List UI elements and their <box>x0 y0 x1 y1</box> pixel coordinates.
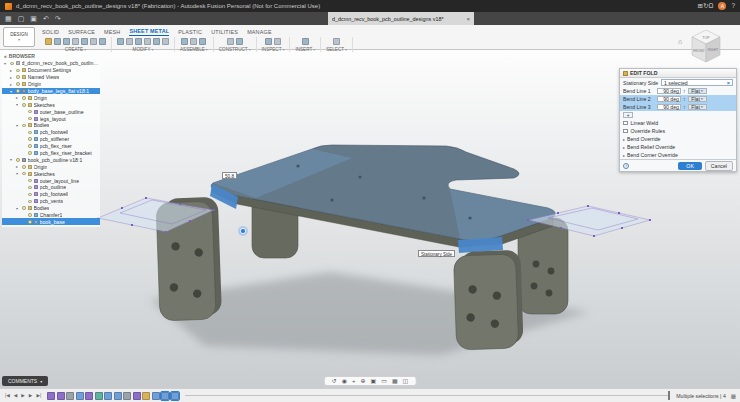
pan-icon[interactable]: + <box>352 378 356 384</box>
visibility-icon[interactable] <box>28 117 32 121</box>
visibility-icon[interactable] <box>28 220 32 224</box>
orbit-icon[interactable]: ↺ <box>332 378 337 384</box>
ribbon-group-label[interactable]: SELECT <box>326 47 347 52</box>
timeline-feature-icon[interactable] <box>76 392 84 400</box>
ribbon-group-label[interactable]: INSERT <box>295 47 315 52</box>
visibility-icon[interactable] <box>16 89 20 93</box>
file-menu-icon[interactable]: ▢ <box>18 15 25 22</box>
expand-caret-icon[interactable]: ▸ <box>16 164 20 169</box>
timeline-feature-icon[interactable] <box>47 392 55 400</box>
display-settings-icon[interactable]: ▭ <box>381 378 387 384</box>
expand-caret-icon[interactable]: ▾ <box>16 171 20 176</box>
tool-icon[interactable] <box>333 38 340 45</box>
bend-angle-input[interactable]: 90 deg <box>657 104 681 111</box>
ribbon-tab[interactable]: MANAGE <box>247 29 272 36</box>
visibility-icon[interactable] <box>28 131 32 135</box>
visibility-icon[interactable] <box>22 206 26 210</box>
clear-selection-icon[interactable]: × <box>727 80 730 86</box>
expand-caret-icon[interactable]: ▾ <box>4 61 8 66</box>
tool-icon[interactable] <box>227 38 234 45</box>
timeline-feature-icon[interactable] <box>104 392 112 400</box>
tool-icon[interactable] <box>81 38 88 45</box>
ribbon-group-label[interactable]: CREATE <box>65 47 86 52</box>
undo-icon[interactable]: ↶ <box>43 15 49 22</box>
angle-stepper-icon[interactable]: ↕ <box>683 88 686 94</box>
checkbox-box[interactable] <box>623 121 628 126</box>
tool-icon[interactable] <box>236 38 243 45</box>
browser-row[interactable]: legs_layout <box>2 115 100 122</box>
timeline-go-end-button[interactable]: ▶| <box>35 393 42 398</box>
browser-row[interactable]: ▸ Named Views <box>2 74 100 81</box>
visibility-icon[interactable] <box>22 103 26 107</box>
tool-icon[interactable] <box>72 38 79 45</box>
viewcube[interactable]: ⌂ TOP FRONT RIGHT <box>678 26 736 72</box>
expand-caret-icon[interactable]: ▾ <box>16 102 20 107</box>
browser-row[interactable]: outer_layout_line <box>2 177 100 184</box>
cancel-button[interactable]: Cancel <box>705 161 733 171</box>
browser-row[interactable]: ▾ d_dcmn_recv_book_pcb_outline_designs v… <box>2 60 100 67</box>
timeline-position-marker[interactable] <box>668 391 670 400</box>
notifications-icon[interactable]: Ω <box>709 2 714 9</box>
tool-icon[interactable] <box>90 38 97 45</box>
browser-row[interactable]: ▾ Bodies <box>2 122 100 129</box>
tool-icon[interactable] <box>126 38 133 45</box>
browser-row[interactable]: ▸ Origin <box>2 163 100 170</box>
browser-row[interactable]: pcb_footwell <box>2 129 100 136</box>
ribbon-tab[interactable]: UTILITIES <box>211 29 238 36</box>
redo-icon[interactable]: ↷ <box>55 15 61 22</box>
Bend Line 1[interactable]: Bend Line 1 90 deg ↕ Flat <box>620 87 736 95</box>
visibility-icon[interactable] <box>28 200 32 204</box>
ribbon-tab[interactable]: SOLID <box>42 29 59 36</box>
visibility-icon[interactable] <box>28 110 32 114</box>
angle-stepper-icon[interactable]: ↕ <box>683 96 686 102</box>
help-icon[interactable]: ? <box>731 3 735 10</box>
browser-row[interactable]: ▸ Origin <box>2 81 100 88</box>
timeline-feature-icon[interactable] <box>57 392 65 400</box>
look-at-icon[interactable]: ◉ <box>342 378 347 384</box>
tool-icon[interactable] <box>274 38 281 45</box>
data-panel-icon[interactable]: ▦ <box>5 15 12 22</box>
tool-icon[interactable] <box>190 38 197 45</box>
tool-icon[interactable] <box>117 38 124 45</box>
tool-icon[interactable] <box>265 38 272 45</box>
ribbon-group-label[interactable]: MODIFY <box>133 47 154 52</box>
ok-button[interactable]: OK <box>678 162 702 170</box>
tool-icon[interactable] <box>99 38 106 45</box>
stationary-side-selection[interactable]: 1 selected × <box>661 79 733 86</box>
model-leg-front-right[interactable] <box>453 250 523 350</box>
browser-row[interactable]: ▾ body_base_legs_flat v18:1 <box>2 88 100 95</box>
grid-display-icon[interactable]: ▦ <box>392 378 398 384</box>
collapse-panel-icon[interactable]: « <box>4 53 7 59</box>
timeline-step-forward-button[interactable]: ▶ <box>28 393 34 398</box>
tool-icon[interactable] <box>162 38 169 45</box>
ribbon-tab[interactable]: MESH <box>104 29 120 36</box>
fit-icon[interactable]: ▣ <box>371 378 377 384</box>
visibility-icon[interactable] <box>10 62 14 66</box>
expand-caret-icon[interactable]: ▾ <box>16 123 20 128</box>
expand-caret-icon[interactable]: ▸ <box>16 95 20 100</box>
ribbon-group-label[interactable]: CONSTRUCT <box>219 47 251 52</box>
layout-grid-icon[interactable]: ▦ <box>731 393 736 399</box>
visibility-icon[interactable] <box>28 179 32 183</box>
timeline-feature-icon[interactable] <box>142 392 150 400</box>
ribbon-tab[interactable]: SURFACE <box>68 29 95 36</box>
visibility-icon[interactable] <box>22 165 26 169</box>
browser-row[interactable]: pcb_vents <box>2 198 100 205</box>
viewports-icon[interactable]: ◫ <box>403 378 409 384</box>
document-tab[interactable]: d_dcmn_recv_book_pcb_outline_designs v18… <box>328 12 474 25</box>
expand-caret-icon[interactable]: ▾ <box>16 206 20 211</box>
timeline-feature-icon[interactable] <box>123 392 131 400</box>
ribbon-group-label[interactable]: INSPECT <box>262 47 285 52</box>
browser-row[interactable]: pcb_flex_riser_bracket <box>2 150 100 157</box>
zoom-icon[interactable]: ⊕ <box>361 378 366 384</box>
home-view-icon[interactable]: ⌂ <box>678 38 682 45</box>
user-avatar[interactable]: A <box>718 2 726 10</box>
timeline-step-back-button[interactable]: ◀ <box>13 393 19 398</box>
browser-row[interactable]: outer_base_outline <box>2 108 100 115</box>
tool-icon[interactable] <box>144 38 151 45</box>
tool-icon[interactable] <box>181 38 188 45</box>
tool-icon[interactable] <box>302 38 309 45</box>
visibility-icon[interactable] <box>28 186 32 190</box>
browser-row[interactable]: pcb_footwell <box>2 191 100 198</box>
browser-row[interactable]: pcb_flex_riser <box>2 143 100 150</box>
